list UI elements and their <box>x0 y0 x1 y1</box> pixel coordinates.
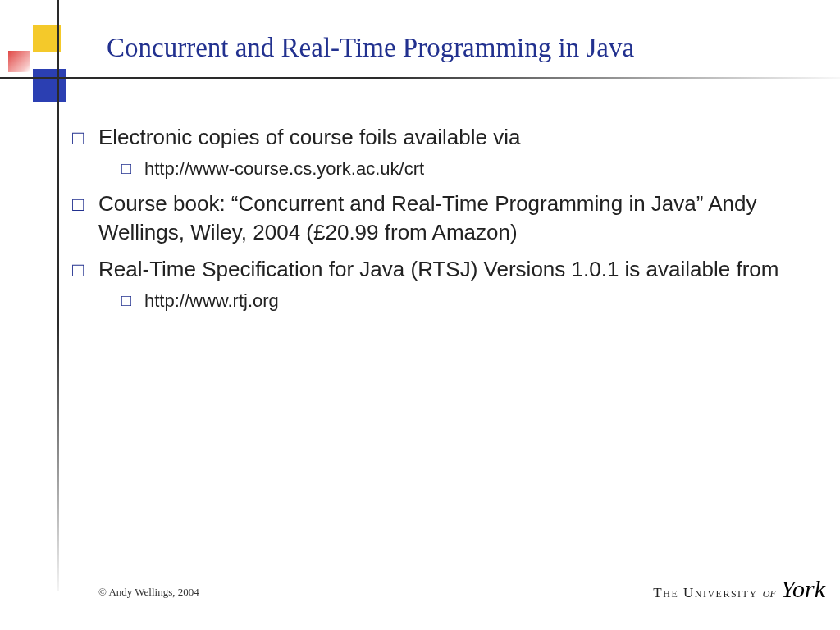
copyright-text: © Andy Wellings, 2004 <box>98 586 199 599</box>
bullet-item: □ Real-Time Specification for Java (RTSJ… <box>72 255 791 313</box>
bullet-icon: □ <box>72 257 84 283</box>
sub-bullet-icon: □ <box>121 158 131 180</box>
logo-name: York <box>781 575 825 602</box>
decor-square-blue <box>33 69 66 102</box>
sub-bullet-item: □ http://www.rtj.org <box>98 289 791 313</box>
bullet-text: Electronic copies of course foils availa… <box>98 125 520 149</box>
decor-vertical-rule <box>57 0 59 591</box>
logo-prefix: The University <box>653 585 757 600</box>
decor-horizontal-rule <box>0 77 840 79</box>
bullet-icon: □ <box>72 191 84 217</box>
bullet-text: Course book: “Concurrent and Real-Time P… <box>98 191 757 244</box>
sub-bullet-icon: □ <box>121 290 131 312</box>
slide-title: Concurrent and Real-Time Programming in … <box>107 33 807 63</box>
logo-of: of <box>760 585 780 600</box>
bullet-item: □ Electronic copies of course foils avai… <box>72 123 791 181</box>
slide: Concurrent and Real-Time Programming in … <box>0 0 840 630</box>
university-logo: The University of York <box>579 575 825 607</box>
logo-underline <box>579 605 825 605</box>
bullet-icon: □ <box>72 125 84 151</box>
decor-square-yellow <box>33 25 61 52</box>
bullet-item: □ Course book: “Concurrent and Real-Time… <box>72 189 791 247</box>
sub-bullet-text: http://www-course.cs.york.ac.uk/crt <box>144 158 424 179</box>
slide-body: □ Electronic copies of course foils avai… <box>72 123 791 322</box>
decor-square-red <box>8 51 30 72</box>
sub-bullet-text: http://www.rtj.org <box>144 290 279 311</box>
bullet-text: Real-Time Specification for Java (RTSJ) … <box>98 257 778 281</box>
sub-bullet-item: □ http://www-course.cs.york.ac.uk/crt <box>98 157 791 181</box>
